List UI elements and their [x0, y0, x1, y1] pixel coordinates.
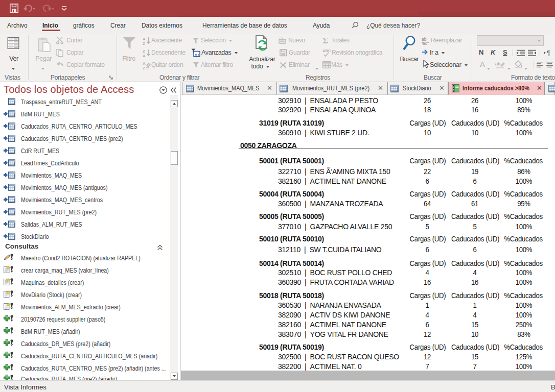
svg-text:ABC: ABC — [322, 48, 331, 53]
svg-text:Z: Z — [143, 66, 145, 70]
svg-text:A: A — [143, 54, 146, 58]
svg-text:ab: ab — [495, 61, 500, 66]
svg-text:¶: ¶ — [547, 50, 550, 56]
svg-text:Z: Z — [143, 41, 145, 45]
svg-text:ac: ac — [423, 41, 428, 45]
